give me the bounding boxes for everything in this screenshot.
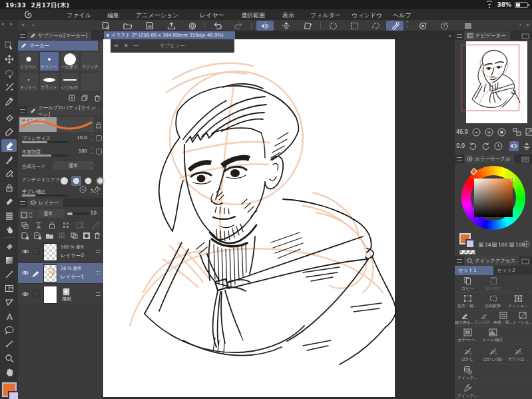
color-set-icon[interactable] <box>523 240 530 248</box>
layer1-thumbnail[interactable] <box>43 264 57 282</box>
quick-access-alt-icon[interactable] <box>521 258 529 264</box>
tool-ruler[interactable] <box>1 296 17 308</box>
menu-selection[interactable]: 選択範囲 <box>241 11 265 20</box>
tool-eraser[interactable] <box>1 111 17 124</box>
menu-file[interactable]: ファイル <box>67 11 91 20</box>
opacity-value[interactable]: 100 <box>79 149 87 154</box>
menu-layer[interactable]: レイヤー <box>200 11 224 20</box>
fit-to-screen-button[interactable] <box>513 127 521 137</box>
blend-mode-dropdown[interactable]: 通常⌃⌄ <box>53 161 94 170</box>
undo-button[interactable] <box>208 21 226 31</box>
share-button[interactable] <box>184 21 201 31</box>
layers-tab[interactable]: レイヤー <box>27 199 63 207</box>
subview-minimize-icon[interactable]: — <box>133 43 138 49</box>
navigator-menu-icon[interactable] <box>457 34 462 38</box>
tool-decoration[interactable] <box>1 181 17 194</box>
reset-rotation-button[interactable] <box>494 141 503 151</box>
color-slider-tab-icon[interactable] <box>521 157 529 163</box>
reset-settings-icon[interactable] <box>79 186 87 193</box>
quick-level-correction[interactable]: レベル補正 <box>480 328 505 344</box>
reference-layer-icon[interactable] <box>76 221 85 229</box>
flip-canvas-vertical-button[interactable] <box>278 21 295 31</box>
quick-color-balance[interactable]: カラーバ... <box>455 328 480 344</box>
panel-forward-icon[interactable]: › <box>519 22 521 28</box>
paper-visibility-eye-icon[interactable] <box>21 291 29 297</box>
subtool-tab[interactable]: サブツール[マーカー] <box>27 31 91 40</box>
tool-hand[interactable] <box>1 366 17 378</box>
duplicate-subtool-icon[interactable] <box>81 95 89 102</box>
tool-pen[interactable] <box>1 125 17 138</box>
wrench-settings-icon[interactable] <box>93 186 101 193</box>
brushtip-miripen[interactable]: ミリペン <box>19 51 39 71</box>
quick-blur[interactable]: ぼかし <box>455 345 480 364</box>
quick-tone-curve[interactable]: トーンカ... <box>513 311 532 326</box>
menu-filter[interactable]: フィルター <box>310 11 341 20</box>
quick-wrench-settings[interactable]: クイック... <box>455 383 480 399</box>
layer-blend-dropdown[interactable]: 通常 ⌄ <box>37 209 65 218</box>
lock-layer-icon[interactable] <box>49 221 55 229</box>
color-circle-tab[interactable]: カラーサークル <box>464 155 514 163</box>
layer2-thumbnail[interactable] <box>43 243 57 261</box>
layer2-checkbox[interactable] <box>33 248 40 255</box>
brush-size-value[interactable]: 10.0 <box>77 135 87 141</box>
layer1-menu-icon[interactable] <box>96 271 101 274</box>
layer-opacity-slider[interactable] <box>67 212 90 215</box>
brush-size-dynamics-button[interactable] <box>96 135 102 141</box>
help-guide-button[interactable]: ? <box>435 21 453 31</box>
color-circle-menu-icon[interactable] <box>457 157 462 161</box>
redo-button[interactable] <box>230 21 247 31</box>
tool-property-tab[interactable]: ツールプロパティ[サインペン] <box>27 107 103 115</box>
tool-move[interactable] <box>1 53 17 65</box>
brushtip-signpen-selected[interactable]: サインペ <box>39 51 59 71</box>
tool-blend[interactable] <box>1 195 17 208</box>
brushtip-itsumono[interactable]: いつもの <box>60 72 80 92</box>
layer2-visibility-eye-icon[interactable] <box>21 248 29 254</box>
tool-marker-selected[interactable] <box>1 139 17 152</box>
quick-gaussian-blur[interactable]: ガウスぼ... <box>505 345 531 364</box>
paper-thumbnail[interactable] <box>43 286 57 304</box>
new-raster-layer-icon[interactable] <box>21 232 29 240</box>
tool-text[interactable]: A <box>1 310 17 322</box>
combine-layer-icon[interactable] <box>70 232 79 240</box>
tool-zoom[interactable] <box>1 352 17 364</box>
toolbar-collapse-icon[interactable]: « <box>1 21 5 27</box>
brush-size-stepper[interactable]: ⌃⌄ <box>90 135 93 141</box>
tool-property-menu-icon[interactable] <box>20 109 25 113</box>
document-tab[interactable]: イラスト 2* (250.00 x 364.00mm 350dpi 46.9%) <box>104 31 235 39</box>
layer-row-layer2[interactable]: 100 % 通常 レイヤー2 <box>18 242 103 262</box>
toolbar-stepper-icon[interactable]: ⌃⌄ <box>405 22 409 27</box>
new-document-button[interactable] <box>97 21 114 31</box>
color-transparent-swatch[interactable] <box>459 250 475 254</box>
menu-window[interactable]: ウィンドウ <box>352 11 382 20</box>
quick-selection-pencil[interactable]: 選択範囲... <box>474 311 493 326</box>
fit-canvas-button[interactable] <box>525 127 532 137</box>
tool-selection[interactable] <box>1 67 17 79</box>
zoom-in-button[interactable] <box>485 127 493 137</box>
quick-paste[interactable]: 貼り付け <box>481 275 507 292</box>
subview-close-icon[interactable]: ✕ <box>124 43 129 49</box>
transfer-layer-icon[interactable] <box>21 221 29 229</box>
lock-transparent-icon[interactable] <box>62 221 70 229</box>
tool-fill[interactable] <box>1 223 17 236</box>
quick-free-transform[interactable]: 自由変形 <box>480 294 505 310</box>
aa-none-option[interactable] <box>59 176 69 186</box>
tool-correct-line[interactable] <box>1 338 17 350</box>
save-button[interactable] <box>141 21 158 31</box>
tab-list-chevron-icon[interactable]: ⌄ <box>447 32 452 38</box>
quick-mesh-transform[interactable]: メッシュ... <box>505 294 531 310</box>
layer2-menu-icon[interactable] <box>96 250 101 253</box>
menu-view[interactable]: 表示 <box>282 11 294 20</box>
panel-expand-icon[interactable]: » <box>526 22 529 28</box>
layer-row-layer1-selected[interactable]: 10 % 通常 レイヤー1 <box>18 263 103 284</box>
layer-row-paper[interactable]: 用紙 <box>18 284 103 305</box>
saturation-value-square[interactable] <box>474 179 513 217</box>
navigator-tab[interactable]: ナビゲーター <box>464 31 510 40</box>
quick-set2-tab[interactable]: セット2 <box>493 266 532 275</box>
quick-access-tab[interactable]: クイックアクセス <box>464 256 519 265</box>
delete-layer-icon[interactable] <box>94 232 101 240</box>
layer-mask-icon[interactable] <box>83 232 91 240</box>
quick-blur-strong[interactable]: ぼかし(強) <box>480 345 505 364</box>
brushtip-flat[interactable]: フラット <box>39 72 59 92</box>
select-ellipse-button[interactable] <box>324 21 342 31</box>
quick-access-menu-icon[interactable] <box>457 259 462 263</box>
